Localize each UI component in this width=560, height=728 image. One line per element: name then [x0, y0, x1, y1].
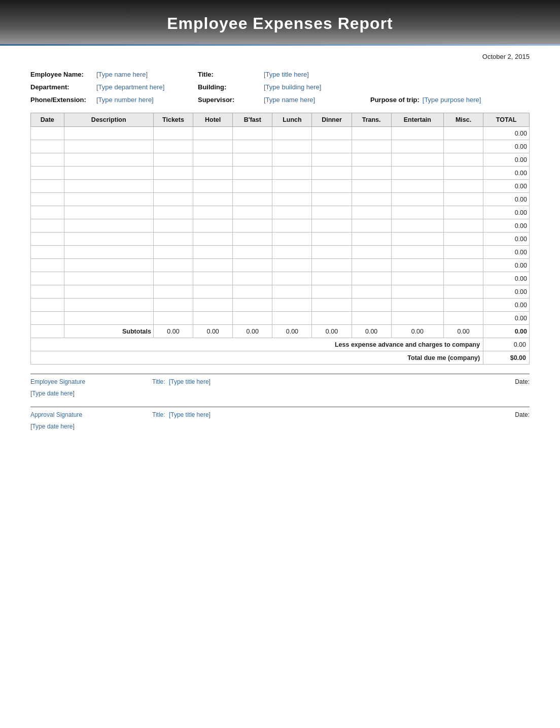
header: Employee Expenses Report [0, 0, 560, 44]
col-dinner: Dinner [312, 113, 352, 127]
less-expense-row: Less expense advance and charges to comp… [31, 338, 530, 351]
table-cell [233, 285, 272, 299]
col-tickets: Tickets [153, 113, 193, 127]
table-cell: 0.00 [483, 285, 530, 299]
phone-label: Phone/Extension: [30, 96, 96, 104]
col-entertain: Entertain [391, 113, 443, 127]
approval-signature-block: Approval Signature Title: [Type title he… [30, 407, 530, 431]
table-cell [64, 312, 153, 325]
subtotal-total: 0.00 [483, 325, 530, 338]
table-cell [352, 285, 391, 299]
table-cell [272, 127, 312, 140]
table-cell [312, 140, 352, 153]
table-cell [153, 246, 193, 259]
table-cell [233, 233, 272, 246]
supervisor-value: [Type name here] [264, 96, 345, 104]
table-cell [391, 180, 443, 193]
table-row: 0.00 [31, 312, 530, 325]
table-cell [153, 206, 193, 219]
table-cell [352, 167, 391, 180]
table-cell [31, 285, 64, 299]
table-cell [444, 153, 483, 167]
table-cell [272, 299, 312, 312]
table-cell [31, 272, 64, 285]
table-cell [272, 180, 312, 193]
employee-name-value: [Type name here] [96, 71, 178, 78]
table-cell [312, 219, 352, 233]
col-total: TOTAL [483, 113, 530, 127]
table-cell [64, 299, 153, 312]
table-cell [391, 312, 443, 325]
subtotal-value: 0.00 [391, 325, 443, 338]
table-cell [31, 259, 64, 272]
col-hotel: Hotel [193, 113, 233, 127]
table-cell [352, 299, 391, 312]
table-cell [391, 127, 443, 140]
department-label: Department: [30, 83, 96, 91]
table-cell [272, 246, 312, 259]
table-cell [352, 219, 391, 233]
table-cell [391, 272, 443, 285]
employee-date-label: Date: [515, 378, 530, 385]
table-cell [444, 272, 483, 285]
table-cell [193, 259, 233, 272]
employee-date-value: [Type date here] [30, 390, 75, 397]
table-cell [391, 285, 443, 299]
table-cell [391, 193, 443, 206]
table-cell [352, 272, 391, 285]
table-cell [391, 206, 443, 219]
table-cell [233, 259, 272, 272]
table-cell [193, 233, 233, 246]
table-cell: 0.00 [483, 140, 530, 153]
table-cell [444, 246, 483, 259]
col-misc: Misc. [444, 113, 483, 127]
table-cell [391, 299, 443, 312]
table-cell [193, 140, 233, 153]
table-cell [153, 193, 193, 206]
table-cell [193, 219, 233, 233]
table-cell [233, 299, 272, 312]
table-cell [153, 180, 193, 193]
table-cell [153, 127, 193, 140]
table-cell [312, 167, 352, 180]
table-cell [64, 233, 153, 246]
table-cell [233, 246, 272, 259]
subtotal-value: 0.00 [153, 325, 193, 338]
table-cell [352, 246, 391, 259]
total-due-value: $0.00 [483, 351, 530, 365]
table-cell [391, 219, 443, 233]
table-cell [352, 233, 391, 246]
table-row: 0.00 [31, 299, 530, 312]
table-cell: 0.00 [483, 299, 530, 312]
table-cell [272, 312, 312, 325]
subtotal-value: 0.00 [233, 325, 272, 338]
table-cell: 0.00 [483, 193, 530, 206]
table-cell [64, 259, 153, 272]
table-cell: 0.00 [483, 167, 530, 180]
purpose-value: [Type purpose here] [423, 96, 504, 104]
table-cell [64, 153, 153, 167]
table-cell [193, 246, 233, 259]
table-row: 0.00 [31, 153, 530, 167]
table-cell [444, 127, 483, 140]
subtotals-row: Subtotals0.000.000.000.000.000.000.000.0… [31, 325, 530, 338]
table-cell [64, 272, 153, 285]
table-cell [312, 272, 352, 285]
col-description: Description [64, 113, 153, 127]
table-row: 0.00 [31, 233, 530, 246]
table-cell [312, 312, 352, 325]
table-cell [444, 285, 483, 299]
table-cell [233, 180, 272, 193]
approval-sig-title: Title: [Type title here] [152, 411, 515, 418]
table-cell [352, 259, 391, 272]
table-cell [233, 140, 272, 153]
department-value: [Type department here] [96, 83, 178, 91]
table-cell: 0.00 [483, 219, 530, 233]
table-cell [193, 272, 233, 285]
table-cell [352, 206, 391, 219]
subtotal-value: 0.00 [193, 325, 233, 338]
col-trans: Trans. [352, 113, 391, 127]
table-cell [64, 219, 153, 233]
table-cell [153, 272, 193, 285]
table-cell: 0.00 [483, 246, 530, 259]
